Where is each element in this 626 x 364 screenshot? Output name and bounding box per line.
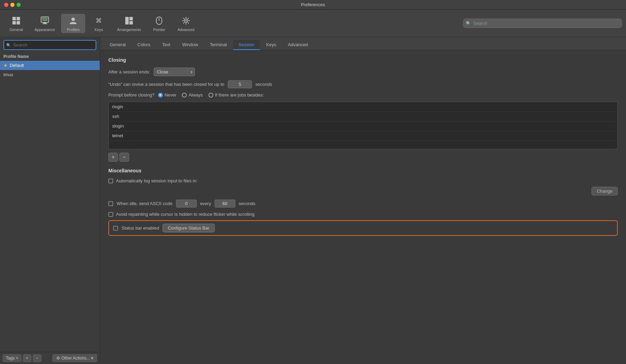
- undo-seconds-input[interactable]: [228, 80, 252, 88]
- svg-line-21: [183, 18, 184, 19]
- avoid-repaint-label: Avoid repainting while cursor is hidden …: [116, 212, 255, 217]
- remove-job-button[interactable]: −: [119, 153, 129, 162]
- undo-label-post: seconds: [255, 82, 272, 87]
- list-item-ssh: ssh: [109, 112, 617, 121]
- svg-rect-10: [125, 17, 129, 24]
- list-item-empty: [109, 141, 617, 149]
- add-profile-button[interactable]: +: [23, 354, 31, 362]
- avoid-repaint-checkbox[interactable]: [108, 212, 113, 217]
- closing-title: Closing: [108, 57, 618, 63]
- close-button[interactable]: [4, 3, 8, 7]
- toolbar-item-advanced[interactable]: Advanced: [173, 14, 199, 33]
- toolbar-item-appearance[interactable]: Appearance: [30, 14, 60, 33]
- add-job-button[interactable]: +: [108, 153, 118, 162]
- radio-never-label: Never: [165, 92, 177, 98]
- profile-header-label: Profile Name: [3, 54, 29, 59]
- radio-always[interactable]: Always: [182, 92, 203, 98]
- configure-status-bar-button[interactable]: Configure Status Bar: [163, 224, 215, 232]
- toolbar-item-keys[interactable]: ⌘ Keys: [87, 14, 111, 33]
- change-button[interactable]: Change: [591, 187, 618, 195]
- toolbar-item-general[interactable]: General: [4, 14, 28, 33]
- profile-item-tmux[interactable]: tmux: [0, 70, 100, 79]
- svg-line-22: [188, 22, 189, 23]
- toolbar-label-advanced: Advanced: [177, 28, 194, 32]
- sidebar-search-input[interactable]: [3, 40, 96, 50]
- auto-log-row[interactable]: Automatically log session input to files…: [108, 178, 618, 183]
- arrangements-icon: [124, 15, 135, 26]
- profile-name-default: Default: [10, 63, 24, 68]
- tab-terminal[interactable]: Terminal: [204, 40, 232, 50]
- change-area: Change: [108, 187, 618, 195]
- sidebar-bottom: Tags > + − ⚙ Other Actions... ▾: [0, 352, 100, 364]
- tab-window[interactable]: Window: [177, 40, 204, 50]
- after-session-row: After a session ends: Close Keep No Acti…: [108, 68, 618, 76]
- idle-seconds-input[interactable]: [215, 200, 235, 208]
- svg-rect-12: [129, 21, 133, 24]
- profile-name-tmux: tmux: [3, 72, 13, 77]
- maximize-button[interactable]: [17, 3, 21, 7]
- svg-rect-3: [17, 21, 20, 24]
- profile-list: ★ Default tmux: [0, 61, 100, 352]
- status-bar-checkbox[interactable]: [113, 226, 118, 231]
- toolbar: General Appearance Profiles: [0, 10, 626, 37]
- profile-list-header: Profile Name: [0, 53, 100, 61]
- svg-text:⌘: ⌘: [96, 17, 102, 24]
- toolbar-search-icon: 🔍: [466, 21, 471, 26]
- toolbar-search-area: 🔍: [463, 19, 622, 28]
- tab-session[interactable]: Session: [233, 40, 260, 50]
- title-bar: Preferences: [0, 0, 626, 10]
- tab-keys[interactable]: Keys: [261, 40, 282, 50]
- minimize-button[interactable]: [10, 3, 14, 7]
- toolbar-search-input[interactable]: [463, 19, 622, 28]
- svg-rect-1: [17, 17, 20, 20]
- svg-point-8: [71, 18, 75, 21]
- sidebar-search-wrap: 🔍: [0, 37, 100, 53]
- toolbar-label-arrangements: Arrangements: [117, 28, 141, 32]
- svg-rect-6: [43, 22, 46, 23]
- radio-never[interactable]: Never: [158, 92, 177, 98]
- misc-title: Miscellaneous: [108, 168, 618, 173]
- auto-log-label: Automatically log session input to files…: [116, 178, 197, 183]
- tab-text[interactable]: Text: [157, 40, 176, 50]
- main-content: 🔍 Profile Name ★ Default tmux Tags > +: [0, 37, 626, 364]
- status-bar-label: Status bar enabled: [121, 225, 159, 231]
- other-actions-button[interactable]: ⚙ Other Actions... ▾: [52, 354, 97, 362]
- prompt-label: Prompt before closing?: [108, 92, 155, 98]
- after-session-dropdown-wrap: Close Keep No Action ⬍: [154, 68, 195, 76]
- toolbar-item-arrangements[interactable]: Arrangements: [112, 14, 146, 33]
- general-icon: [11, 15, 22, 26]
- svg-rect-7: [42, 23, 47, 24]
- tags-button[interactable]: Tags >: [3, 354, 21, 362]
- remove-profile-button[interactable]: −: [33, 354, 41, 362]
- undo-row: “Undo” can revive a session that has bee…: [108, 80, 618, 88]
- right-panel: General Colors Text Window Terminal Sess…: [100, 37, 626, 364]
- window-title: Preferences: [301, 2, 325, 7]
- tab-advanced[interactable]: Advanced: [282, 40, 313, 50]
- toolbar-label-keys: Keys: [95, 28, 103, 32]
- star-icon: ★: [3, 63, 8, 68]
- sub-tabs: General Colors Text Window Terminal Sess…: [100, 37, 626, 50]
- after-session-label: After a session ends:: [108, 69, 150, 74]
- tab-general[interactable]: General: [104, 40, 131, 50]
- list-item-rlogin: rlogin: [109, 102, 617, 112]
- radio-ifjobs-btn[interactable]: [208, 93, 213, 98]
- toolbar-label-appearance: Appearance: [35, 28, 55, 32]
- toolbar-items: General Appearance Profiles: [4, 14, 463, 33]
- idle-row: When idle, send ASCII code every seconds: [108, 200, 618, 208]
- appearance-icon: [39, 15, 50, 26]
- radio-never-btn[interactable]: [158, 93, 163, 98]
- sidebar-search-icon: 🔍: [6, 43, 11, 47]
- avoid-repaint-row[interactable]: Avoid repainting while cursor is hidden …: [108, 212, 618, 217]
- jobs-list: rlogin ssh slogin telnet: [108, 102, 618, 149]
- auto-log-checkbox[interactable]: [108, 179, 113, 183]
- idle-checkbox[interactable]: [108, 201, 113, 206]
- radio-always-btn[interactable]: [182, 93, 187, 98]
- tab-colors[interactable]: Colors: [132, 40, 156, 50]
- radio-if-jobs[interactable]: If there are jobs besides:: [208, 92, 264, 98]
- toolbar-item-profiles[interactable]: Profiles: [61, 14, 85, 33]
- idle-code-input[interactable]: [176, 200, 197, 208]
- toolbar-item-pointer[interactable]: Pointer: [147, 14, 171, 33]
- profile-item-default[interactable]: ★ Default: [0, 61, 100, 70]
- svg-rect-5: [42, 18, 48, 21]
- after-session-dropdown[interactable]: Close Keep No Action: [154, 68, 195, 76]
